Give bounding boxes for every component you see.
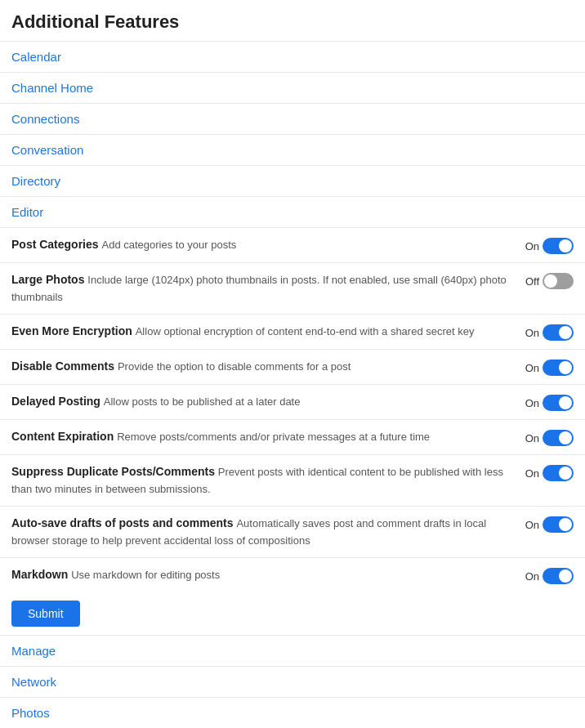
- toggle-label-large-photos: Off: [521, 275, 539, 288]
- feature-desc-markdown: Use markdown for editing posts: [71, 569, 220, 581]
- toggle-label-disable-comments: On: [521, 362, 539, 374]
- feature-label-disable-comments: Disable Comments: [11, 360, 118, 373]
- toggle-delayed-posting[interactable]: On: [521, 395, 574, 411]
- feature-row-markdown: Markdown Use markdown for editing postsO…: [0, 557, 585, 592]
- feature-text-delayed-posting: Delayed Posting Allow posts to be publis…: [11, 393, 518, 410]
- toggle-switch-delayed-posting[interactable]: [543, 395, 574, 411]
- feature-label-suppress-duplicate: Suppress Duplicate Posts/Comments: [11, 465, 218, 478]
- feature-text-content-expiration: Content Expiration Remove posts/comments…: [11, 428, 518, 445]
- nav-link-conversation[interactable]: Conversation: [0, 134, 585, 165]
- toggle-switch-post-categories[interactable]: [543, 238, 574, 254]
- toggle-even-more-encryption[interactable]: On: [521, 324, 574, 341]
- toggle-content-expiration[interactable]: On: [521, 430, 574, 446]
- feature-text-markdown: Markdown Use markdown for editing posts: [11, 566, 518, 583]
- toggle-container-markdown: On: [518, 566, 574, 584]
- toggle-label-auto-save-drafts: On: [521, 519, 539, 531]
- submit-button[interactable]: Submit: [11, 601, 80, 627]
- toggle-markdown[interactable]: On: [521, 568, 574, 584]
- feature-text-suppress-duplicate: Suppress Duplicate Posts/Comments Preven…: [11, 463, 518, 498]
- toggle-switch-even-more-encryption[interactable]: [543, 324, 574, 341]
- bottom-nav: ManageNetworkPhotosProfiles: [0, 635, 585, 728]
- toggle-switch-large-photos[interactable]: [543, 273, 574, 289]
- nav-link-network[interactable]: Network: [0, 666, 585, 697]
- feature-text-auto-save-drafts: Auto-save drafts of posts and comments A…: [11, 515, 518, 549]
- feature-row-post-categories: Post Categories Add categories to your p…: [0, 227, 585, 262]
- toggle-label-content-expiration: On: [521, 432, 539, 444]
- feature-desc-even-more-encryption: Allow optional encryption of content end…: [136, 325, 475, 337]
- feature-desc-content-expiration: Remove posts/comments and/or private mes…: [117, 431, 430, 443]
- feature-text-even-more-encryption: Even More Encryption Allow optional encr…: [11, 323, 518, 340]
- nav-link-manage[interactable]: Manage: [0, 635, 585, 666]
- toggle-post-categories[interactable]: On: [521, 238, 574, 254]
- feature-desc-post-categories: Add categories to your posts: [101, 239, 236, 251]
- nav-link-channel-home[interactable]: Channel Home: [0, 72, 585, 103]
- toggle-container-auto-save-drafts: On: [518, 515, 574, 533]
- feature-label-delayed-posting: Delayed Posting: [11, 395, 104, 408]
- toggle-container-even-more-encryption: On: [518, 323, 574, 341]
- toggle-switch-auto-save-drafts[interactable]: [543, 516, 574, 533]
- feature-text-large-photos: Large Photos Include large (1024px) phot…: [11, 271, 518, 306]
- feature-row-content-expiration: Content Expiration Remove posts/comments…: [0, 419, 585, 454]
- feature-row-large-photos: Large Photos Include large (1024px) phot…: [0, 262, 585, 314]
- toggle-container-content-expiration: On: [518, 428, 574, 446]
- toggle-large-photos[interactable]: Off: [521, 273, 574, 289]
- feature-label-post-categories: Post Categories: [11, 238, 101, 251]
- toggle-container-disable-comments: On: [518, 358, 574, 376]
- feature-row-auto-save-drafts: Auto-save drafts of posts and comments A…: [0, 506, 585, 557]
- top-nav: CalendarChannel HomeConnectionsConversat…: [0, 41, 585, 227]
- feature-desc-disable-comments: Provide the option to disable comments f…: [118, 360, 351, 373]
- features-list: Post Categories Add categories to your p…: [0, 227, 585, 592]
- toggle-disable-comments[interactable]: On: [521, 360, 574, 376]
- toggle-switch-markdown[interactable]: [543, 568, 574, 584]
- nav-link-connections[interactable]: Connections: [0, 103, 585, 134]
- toggle-suppress-duplicate[interactable]: On: [521, 465, 574, 481]
- toggle-label-markdown: On: [521, 570, 539, 583]
- toggle-label-even-more-encryption: On: [521, 327, 539, 339]
- toggle-switch-suppress-duplicate[interactable]: [543, 465, 574, 481]
- toggle-label-post-categories: On: [521, 240, 539, 252]
- toggle-container-delayed-posting: On: [518, 393, 574, 411]
- toggle-label-suppress-duplicate: On: [521, 467, 539, 480]
- nav-link-photos[interactable]: Photos: [0, 697, 585, 728]
- feature-label-content-expiration: Content Expiration: [11, 430, 117, 443]
- feature-row-delayed-posting: Delayed Posting Allow posts to be publis…: [0, 384, 585, 419]
- feature-text-post-categories: Post Categories Add categories to your p…: [11, 236, 518, 253]
- toggle-switch-content-expiration[interactable]: [543, 430, 574, 446]
- feature-row-suppress-duplicate: Suppress Duplicate Posts/Comments Preven…: [0, 454, 585, 506]
- nav-link-directory[interactable]: Directory: [0, 165, 585, 196]
- feature-label-even-more-encryption: Even More Encryption: [11, 324, 136, 337]
- toggle-container-suppress-duplicate: On: [518, 463, 574, 481]
- feature-label-large-photos: Large Photos: [11, 273, 87, 286]
- toggle-label-delayed-posting: On: [521, 397, 539, 409]
- toggle-container-post-categories: On: [518, 236, 574, 254]
- feature-row-disable-comments: Disable Comments Provide the option to d…: [0, 349, 585, 384]
- toggle-auto-save-drafts[interactable]: On: [521, 516, 574, 533]
- feature-row-even-more-encryption: Even More Encryption Allow optional encr…: [0, 314, 585, 349]
- nav-link-editor[interactable]: Editor: [0, 196, 585, 227]
- feature-desc-delayed-posting: Allow posts to be published at a later d…: [104, 395, 301, 408]
- toggle-container-large-photos: Off: [518, 271, 574, 289]
- nav-link-calendar[interactable]: Calendar: [0, 41, 585, 72]
- feature-text-disable-comments: Disable Comments Provide the option to d…: [11, 358, 518, 375]
- page-title: Additional Features: [0, 0, 585, 41]
- feature-label-markdown: Markdown: [11, 568, 71, 581]
- toggle-switch-disable-comments[interactable]: [543, 360, 574, 376]
- feature-label-auto-save-drafts: Auto-save drafts of posts and comments: [11, 516, 236, 529]
